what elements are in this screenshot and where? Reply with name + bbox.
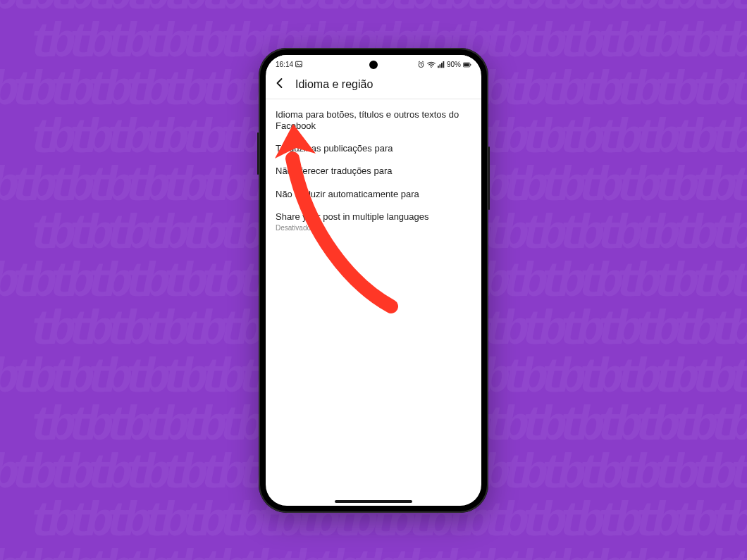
status-battery-text: 90% [447,61,461,68]
setting-item-language-facebook[interactable]: Idioma para botões, títulos e outros tex… [266,104,481,138]
home-indicator[interactable] [335,500,412,503]
chevron-left-icon [274,77,285,92]
setting-item-share-multiple-languages[interactable]: Share your post in multiple languages De… [266,206,481,237]
svg-point-3 [431,66,432,68]
picture-icon [295,61,302,69]
page-title: Idioma e região [295,78,373,91]
phone-frame: 16:14 90% [259,48,488,513]
battery-icon [463,61,471,68]
back-button[interactable] [273,77,287,92]
setting-label: Traduzir as publicações para [276,143,471,154]
setting-label: Share your post in multiple languages [276,211,471,223]
svg-rect-5 [439,64,440,68]
svg-rect-10 [470,63,471,65]
phone-side-button [488,147,490,210]
setting-label: Não oferecer traduções para [276,166,471,177]
status-time: 16:14 [276,61,293,68]
front-camera [369,61,378,69]
setting-label: Não traduzir automaticamente para [276,189,471,200]
setting-item-no-auto-translate-for[interactable]: Não traduzir automaticamente para [266,183,481,206]
alarm-icon [417,61,425,68]
phone-screen: 16:14 90% [266,55,481,506]
svg-rect-4 [438,66,439,68]
phone-side-button [257,132,259,175]
svg-rect-6 [441,63,443,68]
setting-sublabel: Desativado [276,224,471,232]
wifi-icon [427,61,436,68]
setting-item-translate-posts-to[interactable]: Traduzir as publicações para [266,137,481,160]
svg-rect-7 [443,61,444,68]
signal-icon [438,61,445,68]
svg-point-1 [297,62,298,63]
app-header: Idioma e região [266,72,481,99]
setting-label: Idioma para botões, títulos e outros tex… [276,109,471,132]
setting-item-no-translations-for[interactable]: Não oferecer traduções para [266,160,481,182]
svg-rect-9 [464,63,469,66]
settings-list: Idioma para botões, títulos e outros tex… [266,99,481,506]
